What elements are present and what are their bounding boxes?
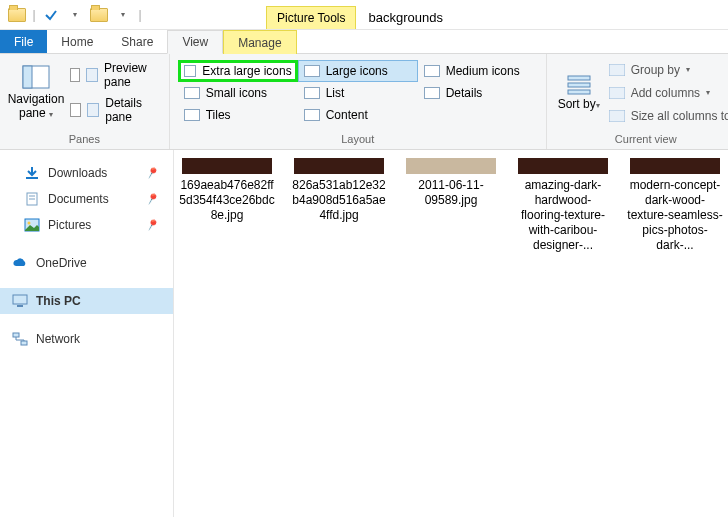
qat-overflow[interactable]: ▾ (64, 3, 86, 27)
layout-medium-icons[interactable]: Medium icons (418, 60, 538, 82)
svg-rect-17 (21, 341, 27, 345)
nav-label: This PC (36, 294, 81, 308)
svg-rect-3 (568, 83, 590, 87)
nav-downloads[interactable]: Downloads📍 (0, 160, 173, 186)
group-by-button[interactable]: Group by▾ (609, 59, 728, 81)
large-icons-icon (304, 65, 320, 77)
layout-content[interactable]: Content (298, 104, 418, 126)
nav-label: Network (36, 332, 80, 346)
nav-network[interactable]: Network (0, 326, 173, 352)
add-columns-icon (609, 87, 625, 99)
svg-rect-16 (13, 333, 19, 337)
layout-large-icons[interactable]: Large icons (298, 60, 418, 82)
layout-label: Details (446, 86, 483, 100)
downloads-icon (24, 166, 40, 180)
size-columns-label: Size all columns to (631, 109, 728, 123)
layout-list[interactable]: List (298, 82, 418, 104)
this-pc-icon (12, 294, 28, 308)
group-by-icon (609, 64, 625, 76)
nav-label: Downloads (48, 166, 107, 180)
content-icon (304, 109, 320, 121)
layout-label: Medium icons (446, 64, 520, 78)
checkbox-icon (70, 103, 81, 117)
size-columns-button[interactable]: Size all columns to (609, 105, 728, 127)
svg-rect-14 (13, 295, 27, 304)
thumbnail (294, 158, 384, 174)
file-item[interactable]: 826a531ab12e32b4a908d516a5ae4ffd.jpg (290, 158, 388, 223)
ribbon-group-current-view: Sort by▾ Group by▾ Add columns▾ Size all… (547, 54, 728, 149)
thumbnail (630, 158, 720, 174)
network-icon (12, 332, 28, 346)
medium-icons-icon (424, 65, 440, 77)
ribbon-tabs: File Home Share View Manage (0, 30, 728, 54)
qat-folder-icon[interactable] (6, 3, 28, 27)
thumbnail (406, 158, 496, 174)
details-pane-icon (87, 103, 99, 117)
ribbon-group-panes: Navigation pane ▾ Preview pane Details p… (0, 54, 170, 149)
tab-file[interactable]: File (0, 30, 47, 53)
file-item[interactable]: 169aeab476e82ff5d354f43ce26bdc8e.jpg (178, 158, 276, 223)
sort-by-label: Sort by▾ (558, 98, 600, 111)
svg-rect-5 (609, 64, 625, 76)
navigation-pane-label: Navigation pane ▾ (8, 93, 65, 119)
thumbnail (518, 158, 608, 174)
group-label-current-view: Current view (547, 131, 728, 149)
size-columns-icon (609, 110, 625, 122)
nav-documents[interactable]: Documents📍 (0, 186, 173, 212)
navigation-pane: Downloads📍 Documents📍 Pictures📍 OneDrive… (0, 150, 174, 517)
file-item[interactable]: 2011-06-11-09589.jpg (402, 158, 500, 208)
title-bar: | ▾ ▾ | Picture Tools backgrounds (0, 0, 728, 30)
navigation-pane-icon (22, 65, 50, 89)
tiles-icon (184, 109, 200, 121)
file-name: 826a531ab12e32b4a908d516a5ae4ffd.jpg (290, 178, 388, 223)
group-by-label: Group by (631, 63, 680, 77)
file-name: 2011-06-11-09589.jpg (402, 178, 500, 208)
nav-pictures[interactable]: Pictures📍 (0, 212, 173, 238)
layout-label: Extra large icons (202, 64, 291, 78)
file-name: 169aeab476e82ff5d354f43ce26bdc8e.jpg (178, 178, 276, 223)
file-item[interactable]: modern-concept-dark-wood-texture-seamles… (626, 158, 724, 253)
preview-pane-button[interactable]: Preview pane (64, 64, 161, 86)
small-icons-icon (184, 87, 200, 99)
qat-sep: | (30, 3, 38, 27)
layout-small-icons[interactable]: Small icons (178, 82, 298, 104)
tab-home[interactable]: Home (47, 30, 107, 53)
layout-extra-large-icons[interactable]: Extra large icons (178, 60, 298, 82)
file-item[interactable]: amazing-dark-hardwood-flooring-texture-w… (514, 158, 612, 253)
details-pane-label: Details pane (105, 96, 154, 124)
content-area: Downloads📍 Documents📍 Pictures📍 OneDrive… (0, 150, 728, 517)
tab-share[interactable]: Share (107, 30, 167, 53)
files-view[interactable]: 169aeab476e82ff5d354f43ce26bdc8e.jpg826a… (174, 150, 728, 517)
tab-view[interactable]: View (167, 30, 223, 54)
layout-details[interactable]: Details (418, 82, 538, 104)
qat-folder2-icon[interactable] (88, 3, 110, 27)
ribbon: Navigation pane ▾ Preview pane Details p… (0, 54, 728, 150)
nav-onedrive[interactable]: OneDrive (0, 250, 173, 276)
qat-check-icon[interactable] (40, 3, 62, 27)
svg-rect-6 (609, 87, 625, 99)
details-pane-button[interactable]: Details pane (64, 99, 161, 121)
pin-icon: 📍 (143, 216, 162, 234)
sort-by-button[interactable]: Sort by▾ (555, 58, 603, 127)
checkbox-icon (70, 68, 80, 82)
qat-overflow2[interactable]: ▾ (112, 3, 134, 27)
svg-point-13 (28, 222, 31, 225)
add-columns-label: Add columns (631, 86, 700, 100)
ribbon-group-layout: Extra large icons Large icons Medium ico… (170, 54, 547, 149)
thumbnail (182, 158, 272, 174)
navigation-pane-button[interactable]: Navigation pane ▾ (8, 58, 64, 127)
layout-label: Small icons (206, 86, 267, 100)
svg-rect-4 (568, 90, 590, 94)
nav-label: Pictures (48, 218, 91, 232)
pictures-icon (24, 218, 40, 232)
nav-this-pc[interactable]: This PC (0, 288, 173, 314)
preview-pane-label: Preview pane (104, 61, 155, 89)
layout-tiles[interactable]: Tiles (178, 104, 298, 126)
details-icon (424, 87, 440, 99)
onedrive-icon (12, 256, 28, 270)
svg-rect-2 (568, 76, 590, 80)
contextual-tab-picture-tools[interactable]: Picture Tools (266, 6, 356, 29)
tab-manage[interactable]: Manage (223, 30, 296, 54)
add-columns-button[interactable]: Add columns▾ (609, 82, 728, 104)
pin-icon: 📍 (143, 164, 162, 182)
